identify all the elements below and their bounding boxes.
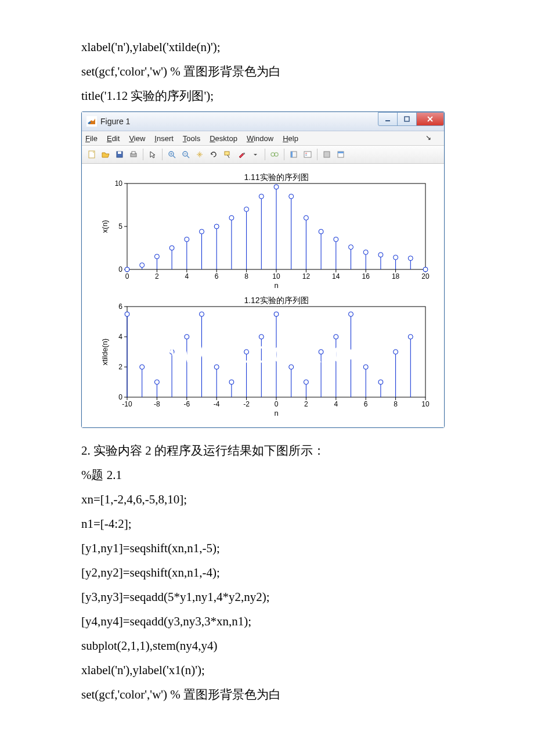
svg-text:2: 2 [155,272,159,280]
svg-text:www.bdocx.com: www.bdocx.com [159,335,393,369]
hide-tools-icon[interactable] [320,148,333,161]
svg-point-65 [229,215,234,220]
svg-text:20: 20 [421,272,430,280]
datacursor-icon[interactable] [221,148,234,161]
svg-rect-7 [132,152,135,154]
svg-point-63 [214,224,219,229]
svg-text:-8: -8 [154,400,160,408]
code-block-top: xlabel('n'),ylabel('xtilde(n)'); set(gcf… [81,35,459,108]
open-icon[interactable] [99,148,112,161]
svg-point-89 [408,256,413,261]
menu-insert[interactable]: Insert [154,134,174,143]
svg-point-79 [334,237,338,242]
text-line: 2. 实验内容 2 的程序及运行结果如下图所示： [81,438,459,463]
svg-text:4: 4 [185,272,189,280]
svg-text:2: 2 [118,363,122,371]
pointer-icon[interactable] [146,148,159,161]
link-icon[interactable] [268,148,281,161]
titlebar: Figure 1 [82,112,444,131]
svg-rect-12 [271,153,275,156]
zoom-out-icon[interactable] [179,148,192,161]
menu-help[interactable]: Help [283,134,298,143]
svg-text:xtilde(n): xtilde(n) [100,339,109,365]
new-figure-icon[interactable] [85,148,98,161]
pan-icon[interactable] [193,148,206,161]
svg-text:0: 0 [118,393,122,401]
legend-icon[interactable] [301,148,314,161]
zoom-in-icon[interactable] [165,148,178,161]
maximize-button[interactable] [397,112,417,126]
menu-tools[interactable]: Tools [183,134,200,143]
svg-rect-16 [304,152,311,157]
close-button[interactable] [416,112,444,126]
svg-text:x(n): x(n) [100,220,109,233]
colorbar-icon[interactable] [287,148,300,161]
rotate-icon[interactable] [207,148,220,161]
svg-text:-6: -6 [183,400,190,408]
show-tools-icon[interactable] [334,148,347,161]
figure-window: Figure 1 File Edit View Insert Tools Des… [81,111,445,428]
menu-window[interactable]: Window [247,134,273,143]
dropdown-arrow-icon[interactable] [249,148,262,161]
svg-point-165 [408,334,413,339]
menubar: File Edit View Insert Tools Desktop Wind… [82,131,444,146]
code-line: n1=[-4:2]; [81,512,459,536]
svg-point-85 [378,253,383,257]
svg-rect-10 [225,152,229,155]
svg-point-151 [304,380,308,384]
svg-point-77 [319,229,323,234]
svg-rect-5 [118,152,121,154]
code-line: xlabel('n'),ylabel('x1(n)'); [81,658,459,682]
svg-point-61 [200,229,204,234]
svg-text:-4: -4 [214,400,220,408]
svg-point-73 [289,194,294,199]
toolbar [82,146,444,164]
svg-point-163 [394,350,398,354]
svg-point-51 [125,267,129,272]
menu-view[interactable]: View [129,134,145,143]
chart-2: 1.12实验的序列图-10-8-6-4-202468100246nxtilde(… [89,293,437,420]
svg-point-161 [378,380,383,384]
svg-text:4: 4 [334,400,338,408]
menu-desktop[interactable]: Desktop [210,134,237,143]
minimize-button[interactable] [378,112,398,126]
brush-icon[interactable] [235,148,248,161]
save-icon[interactable] [113,148,126,161]
svg-point-53 [140,263,145,268]
svg-point-157 [349,312,353,316]
svg-point-127 [125,312,129,316]
svg-point-67 [244,207,249,211]
svg-point-71 [274,185,279,189]
matlab-icon [86,116,97,127]
code-block-bottom: 2. 实验内容 2 的程序及运行结果如下图所示： %题 2.1 xn=[1,-2… [81,438,459,707]
print-icon[interactable] [127,148,140,161]
svg-text:1.11实验的序列图: 1.11实验的序列图 [244,172,308,182]
svg-point-131 [154,380,159,384]
code-line: xlabel('n'),ylabel('xtilde(n)'); [81,35,459,59]
svg-point-59 [185,237,189,242]
svg-text:6: 6 [215,272,219,280]
figure-title: Figure 1 [100,117,130,126]
code-line: [y3,ny3]=seqadd(5*y1,ny1,4*y2,ny2); [81,585,459,609]
plot-area: 1.11实验的序列图024681012141618200510nx(n) 1.1… [82,164,444,427]
svg-rect-19 [338,152,344,153]
menu-file[interactable]: File [85,134,98,143]
code-line: [y2,ny2]=seqshift(xn,n1,-4); [81,560,459,585]
code-line: title('1.12 实验的序列图'); [81,84,459,108]
code-line: [y4,ny4]=seqadd(y3,ny3,3*xn,n1); [81,609,459,633]
svg-point-57 [169,246,174,250]
svg-point-129 [140,365,145,369]
chart-1: 1.11实验的序列图024681012141618200510nx(n) [89,170,437,293]
menu-edit[interactable]: Edit [107,134,120,143]
svg-text:8: 8 [394,400,398,408]
svg-rect-2 [405,117,409,121]
svg-point-137 [200,312,204,316]
svg-text:4: 4 [118,333,122,341]
svg-point-81 [349,245,353,250]
code-line: set(gcf,'color','w') % 置图形背景色为白 [81,682,459,707]
svg-text:10: 10 [421,400,430,408]
svg-text:6: 6 [364,400,368,408]
svg-text:1.12实验的序列图: 1.12实验的序列图 [244,296,308,305]
svg-rect-1 [385,120,390,121]
svg-rect-17 [324,152,330,157]
